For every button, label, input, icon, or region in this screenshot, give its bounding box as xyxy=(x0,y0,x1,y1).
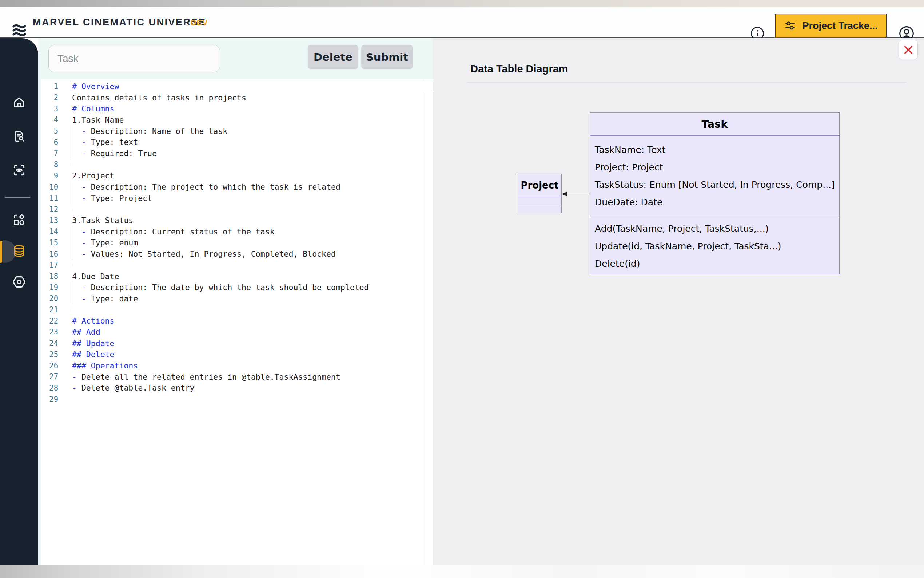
code-line[interactable]: 28- Delete @table.Task entry xyxy=(41,383,432,394)
line-number: 9 xyxy=(41,171,58,180)
line-number: 23 xyxy=(41,328,58,336)
line-number: 28 xyxy=(41,384,58,392)
code-line[interactable]: 19 - Description: The date by which the … xyxy=(41,282,432,293)
project-empty-row xyxy=(518,196,561,205)
code-line[interactable]: 8 xyxy=(41,159,432,170)
task-method-row: Add(TaskName, Project, TaskStatus,...) xyxy=(590,220,839,237)
relation-arrow xyxy=(560,190,591,198)
code-line[interactable]: 12 xyxy=(41,204,432,215)
code-line-text: - Delete all the related entries in @tab… xyxy=(72,372,340,382)
code-line[interactable]: 21 xyxy=(41,304,432,316)
code-line-text: ### Operations xyxy=(72,361,138,370)
code-line[interactable]: 1# Overview xyxy=(41,81,432,92)
env-badge: DEV xyxy=(191,7,208,37)
code-line[interactable]: 26### Operations xyxy=(41,360,432,371)
code-line-text: 3.Task Status xyxy=(72,216,133,225)
task-name-input[interactable] xyxy=(49,45,220,72)
line-number: 5 xyxy=(41,127,58,135)
code-line-text: - Values: Not Started, In Progress, Comp… xyxy=(72,249,336,258)
project-tracker-label: Project Tracke... xyxy=(802,20,877,32)
task-method-row: Update(id, TaskName, Project, TaskSta...… xyxy=(590,237,839,255)
code-line[interactable]: 17 xyxy=(41,260,432,271)
code-line[interactable]: 23## Add xyxy=(41,326,432,338)
line-number: 26 xyxy=(41,361,58,370)
task-attribute-row: Project: Project xyxy=(590,158,839,176)
code-line[interactable]: 2Contains details of tasks in projects xyxy=(41,92,432,103)
line-number: 19 xyxy=(41,283,58,292)
database-icon xyxy=(12,244,26,259)
code-line[interactable]: 92.Project xyxy=(41,170,432,182)
panel-title: Data Table Diagram xyxy=(470,63,568,75)
code-line[interactable]: 6 - Type: text xyxy=(41,136,432,148)
app-title: MARVEL CINEMATIC UNIVERSE xyxy=(33,7,206,37)
shapes-icon xyxy=(12,213,26,227)
code-line[interactable]: 15 - Type: enum xyxy=(41,237,432,248)
sidebar-nav xyxy=(0,38,38,565)
sidebar-item-home[interactable] xyxy=(0,90,38,116)
code-line[interactable]: 22# Actions xyxy=(41,315,432,326)
code-line[interactable]: 7 - Required: True xyxy=(41,148,432,159)
code-line[interactable]: 27- Delete all the related entries in @t… xyxy=(41,371,432,383)
code-line[interactable]: 11 - Type: Project xyxy=(41,193,432,204)
line-number: 21 xyxy=(41,305,58,314)
code-line[interactable]: 3# Columns xyxy=(41,103,432,114)
line-number: 8 xyxy=(41,160,58,169)
task-methods: Add(TaskName, Project, TaskStatus,...)Up… xyxy=(590,216,839,274)
sidebar-item-file-search[interactable] xyxy=(0,124,38,149)
task-attribute-row: DueDate: Date xyxy=(590,193,839,211)
file-search-icon xyxy=(12,130,26,144)
line-number: 13 xyxy=(41,216,58,225)
line-number: 22 xyxy=(41,317,58,325)
task-attribute-row: TaskName: Text xyxy=(590,141,839,158)
delete-button[interactable]: Delete xyxy=(308,45,358,69)
project-tracker-button[interactable]: Project Tracke... xyxy=(775,14,887,37)
code-line-text: ## Add xyxy=(72,328,100,337)
code-line[interactable]: 10 - Description: The project to which t… xyxy=(41,181,432,193)
code-line-text: Contains details of tasks in projects xyxy=(72,93,246,102)
code-line[interactable]: 41.Task Name xyxy=(41,114,432,125)
code-line-text: # Columns xyxy=(72,104,115,113)
code-line[interactable]: 14 - Description: Current status of the … xyxy=(41,226,432,237)
nut-icon xyxy=(12,275,26,290)
code-line[interactable]: 20 - Type: date xyxy=(41,293,432,304)
home-icon xyxy=(12,96,26,110)
code-line-text: # Actions xyxy=(72,316,115,325)
close-panel-button[interactable] xyxy=(898,40,918,59)
submit-button[interactable]: Submit xyxy=(361,45,413,69)
code-line[interactable]: 133.Task Status xyxy=(41,215,432,226)
editor-lines: 1# Overview2Contains details of tasks in… xyxy=(41,81,432,405)
code-line[interactable]: 24## Update xyxy=(41,338,432,349)
panel-divider xyxy=(467,82,906,83)
task-entity-box[interactable]: Task TaskName: TextProject: ProjectTaskS… xyxy=(590,112,840,274)
line-number: 27 xyxy=(41,372,58,381)
line-number: 11 xyxy=(41,194,58,202)
waves-logo-icon xyxy=(12,23,27,39)
line-number: 4 xyxy=(41,115,58,124)
sidebar-item-scan[interactable] xyxy=(0,158,38,183)
code-line[interactable]: 16 - Values: Not Started, In Progress, C… xyxy=(41,248,432,260)
line-number: 1 xyxy=(41,82,58,91)
sidebar-item-database[interactable] xyxy=(0,239,38,264)
code-editor[interactable]: 1# Overview2Contains details of tasks in… xyxy=(41,80,433,565)
code-line-text: # Overview xyxy=(72,82,119,91)
close-icon xyxy=(903,44,914,56)
code-line-text: - Delete @table.Task entry xyxy=(72,383,195,392)
editor-panel: Delete Submit 1# Overview2Contains detai… xyxy=(38,38,433,565)
code-line[interactable]: 25## Delete xyxy=(41,349,432,360)
code-line-text: - Required: True xyxy=(72,149,157,158)
line-number: 7 xyxy=(41,149,58,157)
code-line[interactable]: 29 xyxy=(41,393,432,405)
project-entity-box[interactable]: Project xyxy=(518,174,562,213)
project-entity-title: Project xyxy=(518,174,561,196)
code-line-text: - Description: The date by which the tas… xyxy=(72,283,369,292)
code-line-text: ## Delete xyxy=(72,350,115,359)
diagram-panel: Data Table Diagram Task TaskName: TextPr… xyxy=(433,38,924,565)
code-line[interactable]: 184.Due Date xyxy=(41,271,432,282)
sidebar-item-workflows[interactable] xyxy=(0,208,38,233)
sidebar-item-settings[interactable] xyxy=(0,270,38,295)
sidebar-divider xyxy=(5,197,30,198)
code-line-text: 1.Task Name xyxy=(72,115,124,125)
code-line-text: - Description: Current status of the tas… xyxy=(72,227,275,236)
line-number: 16 xyxy=(41,250,58,258)
code-line[interactable]: 5 - Description: Name of the task xyxy=(41,125,432,137)
